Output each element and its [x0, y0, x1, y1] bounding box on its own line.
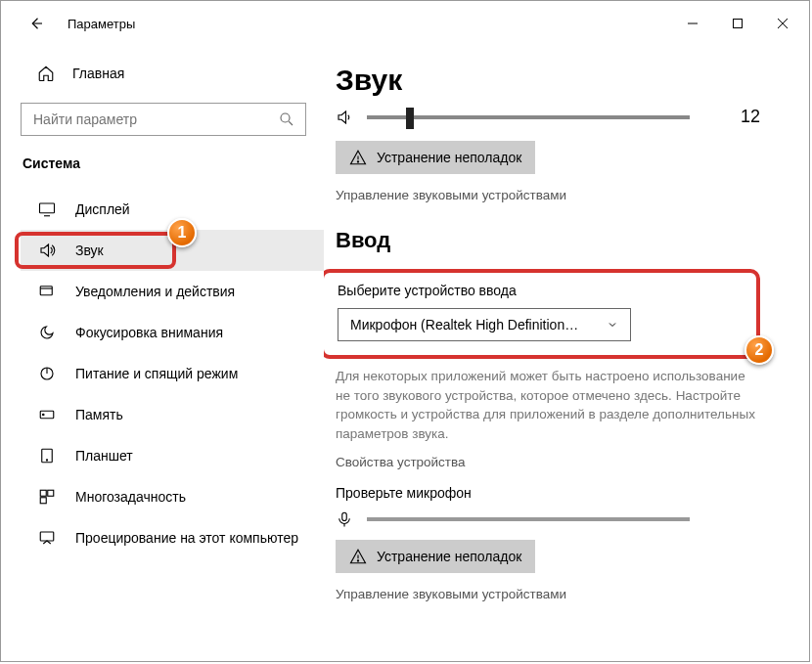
svg-line-5	[289, 121, 293, 125]
maximize-button[interactable]	[715, 8, 760, 39]
mic-test-row	[336, 510, 760, 528]
svg-rect-15	[40, 490, 46, 496]
svg-rect-6	[40, 203, 55, 213]
volume-slider[interactable]	[367, 115, 690, 119]
slider-thumb[interactable]	[406, 108, 414, 129]
svg-point-4	[281, 113, 290, 122]
search-icon	[278, 111, 295, 128]
input-device-dropdown[interactable]: Микрофон (Realtek High Definition…	[338, 308, 631, 341]
annotation-marker-2: 2	[744, 335, 774, 365]
svg-point-12	[43, 414, 45, 416]
search-box[interactable]	[21, 103, 306, 136]
sidebar-item-focus[interactable]: Фокусировка внимания	[21, 312, 324, 353]
svg-rect-21	[342, 513, 347, 521]
volume-row: 12	[336, 107, 760, 127]
page-title: Звук	[336, 64, 760, 97]
sidebar-item-notifications[interactable]: Уведомления и действия	[21, 271, 324, 312]
sidebar-item-tablet[interactable]: Планшет	[21, 435, 324, 476]
warning-icon	[349, 149, 367, 166]
window-controls	[670, 8, 805, 39]
sidebar-item-power[interactable]: Питание и спящий режим	[21, 353, 324, 394]
speaker-icon	[336, 109, 353, 126]
nav-list: Дисплей 1 Звук Уведомления и действия Фо…	[21, 189, 324, 558]
svg-point-14	[46, 460, 47, 461]
test-mic-label: Проверьте микрофон	[336, 485, 760, 501]
dropdown-value: Микрофон (Realtek High Definition…	[350, 317, 578, 332]
svg-rect-17	[40, 498, 46, 504]
svg-rect-1	[734, 20, 743, 28]
display-icon	[38, 200, 56, 218]
microphone-icon	[336, 510, 353, 528]
sidebar-item-label: Память	[75, 407, 123, 422]
annotation-highlight-2: 2 Выберите устройство ввода Микрофон (Re…	[324, 269, 760, 359]
multitasking-icon	[38, 488, 56, 506]
svg-rect-8	[40, 287, 52, 295]
sidebar-heading: Система	[21, 155, 324, 171]
sidebar: Главная Система Дисплей 1 Звук	[1, 46, 324, 661]
svg-rect-18	[40, 532, 54, 541]
manage-devices-link-2[interactable]: Управление звуковыми устройствами	[336, 587, 760, 601]
sidebar-item-label: Многозадачность	[75, 489, 186, 505]
troubleshoot-output-button[interactable]: Устранение неполадок	[336, 141, 535, 174]
troubleshoot-input-button[interactable]: Устранение неполадок	[336, 540, 535, 573]
search-input[interactable]	[33, 111, 278, 127]
svg-rect-16	[48, 490, 54, 496]
annotation-marker-1: 1	[167, 218, 197, 247]
sidebar-item-label: Дисплей	[75, 201, 130, 217]
notifications-icon	[38, 283, 56, 300]
back-button[interactable]	[21, 8, 52, 39]
minimize-button[interactable]	[670, 8, 715, 39]
mic-level-bar	[367, 517, 690, 521]
sidebar-item-label: Планшет	[75, 448, 133, 464]
home-button[interactable]: Главная	[21, 56, 324, 91]
titlebar: Параметры	[1, 1, 809, 46]
power-icon	[38, 365, 56, 382]
sidebar-item-label: Питание и спящий режим	[75, 366, 238, 381]
speaker-icon	[38, 242, 56, 259]
moon-icon	[38, 324, 56, 341]
sidebar-item-storage[interactable]: Память	[21, 394, 324, 435]
volume-value: 12	[741, 107, 760, 127]
settings-window: Параметры Главная Система Дисплей	[0, 0, 810, 662]
close-button[interactable]	[760, 8, 805, 39]
input-device-label: Выберите устройство ввода	[338, 283, 739, 298]
home-label: Главная	[72, 66, 124, 81]
chevron-down-icon	[607, 319, 618, 331]
tablet-icon	[38, 447, 56, 465]
button-label: Устранение неполадок	[377, 150, 521, 165]
manage-devices-link[interactable]: Управление звуковыми устройствами	[336, 188, 760, 202]
sidebar-item-projecting[interactable]: Проецирование на этот компьютер	[21, 517, 324, 558]
sidebar-item-sound[interactable]: 1 Звук	[21, 230, 324, 271]
storage-icon	[38, 406, 56, 423]
arrow-left-icon	[27, 15, 45, 32]
main-content: Звук 12 Устранение неполадок Управление …	[324, 46, 809, 661]
input-heading: Ввод	[336, 228, 760, 253]
svg-point-24	[357, 560, 358, 561]
warning-icon	[349, 548, 367, 565]
sidebar-item-label: Звук	[75, 243, 104, 258]
sidebar-item-label: Уведомления и действия	[75, 284, 235, 299]
sidebar-item-label: Фокусировка внимания	[75, 325, 223, 340]
sidebar-item-label: Проецирование на этот компьютер	[75, 530, 298, 546]
input-helper-text: Для некоторых приложений может быть наст…	[336, 367, 760, 443]
projecting-icon	[38, 529, 56, 547]
button-label: Устранение неполадок	[377, 549, 521, 564]
sidebar-item-multitasking[interactable]: Многозадачность	[21, 476, 324, 517]
home-icon	[37, 65, 55, 82]
device-properties-link[interactable]: Свойства устройства	[336, 455, 760, 469]
svg-point-20	[357, 161, 358, 162]
window-title: Параметры	[68, 17, 135, 31]
